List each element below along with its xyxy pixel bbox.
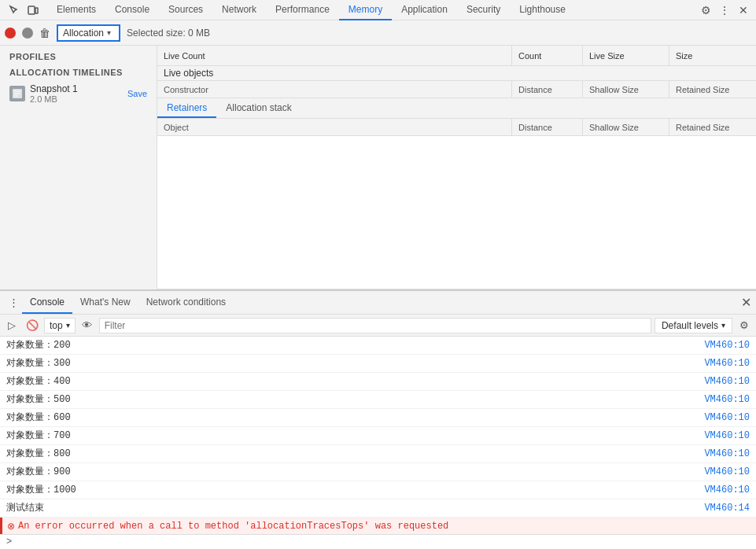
clear-console-icon[interactable]: 🚫 (24, 317, 41, 334)
context-select[interactable]: top ▾ (44, 318, 76, 333)
log-row: 对象数量：400 VM460:10 (0, 373, 756, 391)
snapshot-item[interactable]: Snapshot 1 2.0 MB Save (0, 80, 157, 107)
log-source-link[interactable]: VM460:10 (704, 411, 750, 425)
log-source-link[interactable]: VM460:10 (704, 483, 750, 497)
top-bar: Elements Console Sources Network Perform… (0, 0, 756, 20)
execute-context-icon[interactable]: ▷ (3, 317, 20, 334)
retained-size-col: Retained Size (669, 81, 756, 98)
log-row: 测试结束 VM460:14 (0, 499, 756, 518)
log-row: 对象数量：800 VM460:10 (0, 445, 756, 463)
obj-shallow-col: Shallow Size (583, 119, 669, 135)
top-right-actions: ⚙ ⋮ ✕ (693, 2, 756, 18)
log-text: 对象数量：600 (6, 411, 704, 425)
log-source-link[interactable]: VM460:10 (704, 374, 750, 389)
obj-distance-col: Distance (512, 119, 583, 135)
console-panel: ⋮ Console What's New Network conditions … (0, 289, 756, 549)
device-icon[interactable] (25, 2, 41, 18)
profiles-sidebar: Profiles ALLOCATION TIMELINES Snapshot 1… (0, 46, 157, 289)
retainers-tab[interactable]: Retainers (157, 98, 216, 118)
console-close-button[interactable]: ✕ (741, 295, 751, 310)
live-objects-label: Live objects (157, 66, 756, 81)
main-content: 🗑 Allocation ▾ Selected size: 0 MB Profi… (0, 20, 756, 549)
memory-toolbar: 🗑 Allocation ▾ Selected size: 0 MB (0, 20, 756, 46)
save-snapshot-button[interactable]: Save (127, 89, 147, 98)
split-panel: Profiles ALLOCATION TIMELINES Snapshot 1… (0, 46, 756, 289)
size-header: Size (669, 46, 756, 65)
tab-sources[interactable]: Sources (159, 0, 212, 20)
constructor-header: Constructor Distance Shallow Size Retain… (157, 81, 756, 98)
log-source-link[interactable]: VM460:14 (704, 501, 750, 515)
log-source-link[interactable]: VM460:10 (704, 392, 750, 407)
snapshot-icon (9, 86, 25, 101)
log-text: 对象数量：700 (6, 429, 704, 443)
error-message: An error occurred when a call to method … (18, 519, 750, 533)
console-toolbar: ▷ 🚫 top ▾ 👁 Default levels ▾ ⚙ (0, 315, 756, 337)
level-value: Default levels (662, 320, 718, 331)
profiles-label: Profiles (0, 46, 157, 64)
error-row-1: ⊗ An error occurred when a call to metho… (0, 518, 756, 534)
content-area: Live Count Count Live Size Size Live obj… (157, 46, 756, 289)
log-text: 对象数量：900 (6, 465, 704, 479)
log-source-link[interactable]: VM460:10 (704, 447, 750, 461)
table-header: Live Count Count Live Size Size (157, 46, 756, 66)
log-text: 对象数量：200 (6, 338, 704, 352)
context-arrow-icon: ▾ (66, 321, 70, 330)
tab-application[interactable]: Application (392, 0, 457, 20)
eye-icon[interactable]: 👁 (79, 317, 96, 334)
more-options-icon[interactable]: ⋮ (717, 2, 732, 18)
log-text: 对象数量：300 (6, 356, 704, 370)
log-row: 对象数量：200 VM460:10 (0, 337, 756, 355)
svg-rect-0 (28, 6, 35, 14)
console-tab[interactable]: Console (22, 291, 72, 314)
allocation-stack-tab[interactable]: Allocation stack (216, 98, 301, 118)
network-conditions-tab[interactable]: Network conditions (138, 291, 234, 314)
snapshot-info: Snapshot 1 2.0 MB (30, 83, 124, 104)
console-input[interactable] (17, 536, 750, 547)
tab-security[interactable]: Security (457, 0, 510, 20)
devtools-icons (0, 2, 47, 18)
tab-performance[interactable]: Performance (266, 0, 339, 20)
log-text: 对象数量：500 (6, 392, 704, 407)
console-settings-icon[interactable]: ⚙ (736, 317, 753, 334)
stop-button[interactable] (22, 28, 33, 39)
obj-retained-col: Retained Size (669, 119, 756, 135)
svg-rect-1 (35, 8, 38, 13)
log-source-link[interactable]: VM460:10 (704, 338, 750, 352)
live-count-header: Live Count (157, 46, 512, 65)
log-source-link[interactable]: VM460:10 (704, 429, 750, 443)
error-icon: ⊗ (7, 519, 15, 533)
snapshot-name: Snapshot 1 (30, 83, 124, 94)
log-text: 测试结束 (6, 501, 704, 515)
close-icon[interactable]: ✕ (736, 2, 751, 18)
log-source-link[interactable]: VM460:10 (704, 356, 750, 370)
whats-new-tab[interactable]: What's New (72, 291, 138, 314)
inspect-icon[interactable] (6, 2, 22, 18)
settings-icon[interactable]: ⚙ (698, 2, 714, 18)
tab-elements[interactable]: Elements (47, 0, 105, 20)
console-prompt: > (6, 536, 12, 547)
tab-network[interactable]: Network (212, 0, 266, 20)
level-arrow-icon: ▾ (721, 321, 725, 330)
snapshot-size: 2.0 MB (30, 94, 124, 104)
clear-profiles-button[interactable]: 🗑 (39, 27, 50, 39)
log-source-link[interactable]: VM460:10 (704, 465, 750, 479)
filter-input[interactable] (99, 318, 651, 333)
main-tabs: Elements Console Sources Network Perform… (47, 0, 693, 20)
record-button[interactable] (5, 28, 16, 39)
constructor-col: Constructor (157, 81, 512, 98)
allocation-dropdown[interactable]: Allocation ▾ (57, 24, 120, 42)
shallow-size-col: Shallow Size (583, 81, 669, 98)
dropdown-arrow-icon: ▾ (107, 28, 111, 37)
tab-console[interactable]: Console (105, 0, 159, 20)
console-log[interactable]: 对象数量：200 VM460:10 对象数量：300 VM460:10 对象数量… (0, 337, 756, 534)
tab-memory[interactable]: Memory (339, 0, 392, 20)
log-row: 对象数量：500 VM460:10 (0, 391, 756, 409)
selected-size: Selected size: 0 MB (127, 28, 210, 39)
tab-lighthouse[interactable]: Lighthouse (510, 0, 575, 20)
log-text: 对象数量：800 (6, 447, 704, 461)
console-input-row: > (0, 534, 756, 549)
level-select[interactable]: Default levels ▾ (655, 318, 732, 333)
retainers-bar: Retainers Allocation stack (157, 98, 756, 119)
memory-panel: 🗑 Allocation ▾ Selected size: 0 MB Profi… (0, 20, 756, 289)
console-more-icon[interactable]: ⋮ (5, 294, 22, 311)
